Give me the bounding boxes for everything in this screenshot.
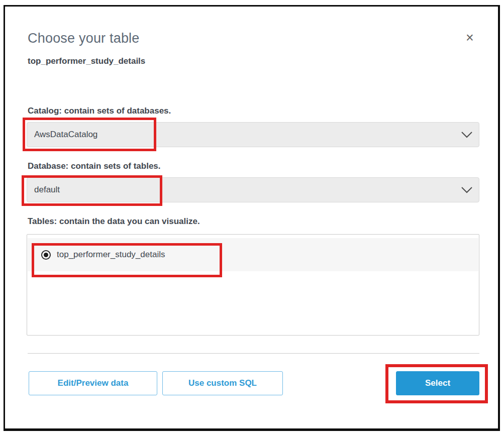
radio-selected-icon[interactable] bbox=[41, 250, 51, 260]
dialog-title: Choose your table bbox=[28, 31, 140, 46]
database-label: Database: contain sets of tables. bbox=[28, 161, 161, 171]
database-dropdown[interactable]: default bbox=[27, 177, 479, 202]
table-option-label: top_performer_study_details bbox=[57, 250, 165, 260]
catalog-dropdown[interactable]: AwsDataCatalog bbox=[27, 122, 479, 147]
tables-label: Tables: contain the data you can visuali… bbox=[28, 216, 200, 227]
footer-divider bbox=[28, 353, 479, 354]
select-button[interactable]: Select bbox=[396, 371, 479, 395]
chevron-down-icon bbox=[461, 186, 473, 193]
chevron-down-icon bbox=[461, 131, 473, 138]
catalog-label: Catalog: contain sets of databases. bbox=[28, 106, 171, 116]
selected-table-subtitle: top_performer_study_details bbox=[28, 56, 145, 66]
use-custom-sql-button[interactable]: Use custom SQL bbox=[162, 371, 283, 395]
choose-table-dialog: Choose your table × top_performer_study_… bbox=[4, 5, 500, 431]
edit-preview-data-button[interactable]: Edit/Preview data bbox=[29, 371, 157, 395]
catalog-dropdown-value: AwsDataCatalog bbox=[34, 130, 97, 140]
table-option-row[interactable]: top_performer_study_details bbox=[28, 238, 478, 271]
close-icon[interactable]: × bbox=[461, 30, 478, 47]
tables-listbox: top_performer_study_details bbox=[27, 234, 479, 336]
database-dropdown-value: default bbox=[34, 185, 60, 195]
